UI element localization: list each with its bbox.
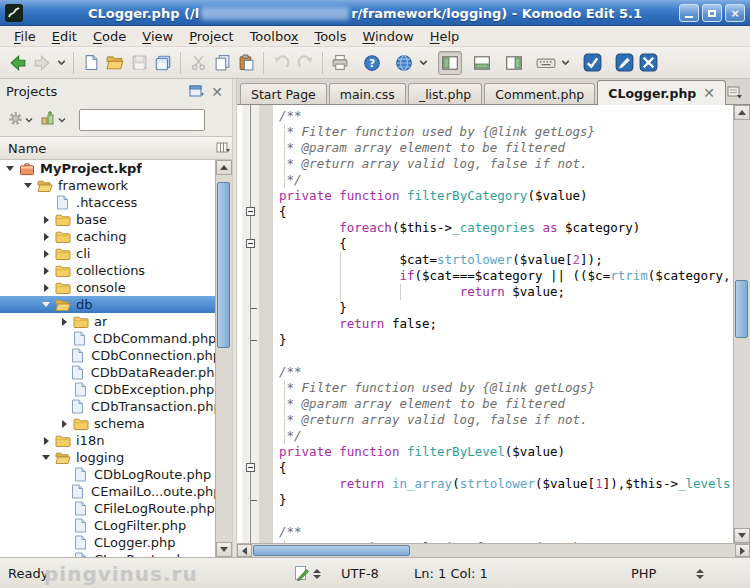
toggle-left-pane-icon[interactable] xyxy=(438,51,462,75)
tab-start-page[interactable]: Start Page xyxy=(240,83,327,104)
tab-list-php[interactable]: _list.php xyxy=(408,83,482,104)
tree-item-htaccess[interactable]: .htaccess xyxy=(0,194,215,211)
expander-closed-icon[interactable] xyxy=(40,435,52,447)
save-all-icon[interactable] xyxy=(151,51,175,75)
close-button[interactable]: × xyxy=(725,4,745,22)
expander-closed-icon[interactable] xyxy=(40,282,52,294)
history-chevron-icon[interactable] xyxy=(54,51,68,75)
open-file-icon[interactable] xyxy=(103,51,127,75)
tree-item-ar[interactable]: ar xyxy=(0,313,215,330)
menu-toolbox[interactable]: Toolbox xyxy=(242,27,307,46)
editor-vscrollbar[interactable] xyxy=(733,105,750,543)
tree-item-cdbtransaction-php[interactable]: CDbTransaction.php xyxy=(0,398,215,415)
tree-item-cdbconnection-php[interactable]: CDbConnection.php xyxy=(0,347,215,364)
keybinding-icon[interactable] xyxy=(534,51,558,75)
tree-item-i18n[interactable]: i18n xyxy=(0,432,215,449)
menu-project[interactable]: Project xyxy=(181,27,242,46)
tree-scrollbar-thumb[interactable] xyxy=(217,182,230,348)
menu-tools[interactable]: Tools xyxy=(306,27,354,46)
expander-open-icon[interactable] xyxy=(4,163,16,175)
project-filter-input[interactable] xyxy=(79,109,205,131)
scroll-left-arrow[interactable] xyxy=(237,544,252,557)
scroll-right-arrow[interactable] xyxy=(735,544,750,557)
keybinding-chevron-icon[interactable] xyxy=(558,51,572,75)
toggle-right-pane-icon[interactable] xyxy=(502,51,526,75)
close-panel-icon[interactable]: ✕ xyxy=(208,84,226,100)
scroll-up-arrow[interactable] xyxy=(734,105,750,120)
browser-chevron-icon[interactable] xyxy=(416,51,430,75)
toggle-bottom-pane-icon[interactable] xyxy=(470,51,494,75)
editor-hscrollbar[interactable] xyxy=(237,543,750,557)
komodo-tool-toolbox-icon[interactable] xyxy=(636,51,660,75)
tab-clogger-php[interactable]: CLogger.php✕ xyxy=(597,80,726,105)
komodo-tool-check-icon[interactable] xyxy=(580,51,604,75)
tree-item-console[interactable]: console xyxy=(0,279,215,296)
expander-open-icon[interactable] xyxy=(40,299,52,311)
fold-collapse-icon[interactable] xyxy=(246,207,255,216)
dock-pane-icon[interactable] xyxy=(187,84,205,100)
fold-collapse-icon[interactable] xyxy=(246,239,255,248)
tree-item-cdblogroute-php[interactable]: CDbLogRoute.php xyxy=(0,466,215,483)
menu-view[interactable]: View xyxy=(134,27,181,46)
tree-item-cemaillo-oute-php[interactable]: CEmailLo...oute.php xyxy=(0,483,215,500)
scroll-down-arrow[interactable] xyxy=(216,542,232,557)
tree-item-logging[interactable]: logging xyxy=(0,449,215,466)
tree-item-cli[interactable]: cli xyxy=(0,245,215,262)
fold-margin[interactable] xyxy=(242,105,259,543)
expander-closed-icon[interactable] xyxy=(58,316,70,328)
paste-icon[interactable] xyxy=(234,51,258,75)
tab-main-css[interactable]: main.css xyxy=(329,83,406,104)
code-text-area[interactable]: /** * Filter function used by {@link get… xyxy=(273,105,733,543)
tab-close-icon[interactable]: ✕ xyxy=(703,86,715,100)
preview-in-browser-icon[interactable] xyxy=(392,51,416,75)
expander-closed-icon[interactable] xyxy=(40,231,52,243)
komodo-tool-snippet-icon[interactable] xyxy=(612,51,636,75)
tree-item-cdbcommand-php[interactable]: CDbCommand.php xyxy=(0,330,215,347)
scroll-down-arrow[interactable] xyxy=(734,528,750,543)
tree-item-framework[interactable]: framework xyxy=(0,177,215,194)
print-icon[interactable] xyxy=(328,51,352,75)
tree-item-myproject-kpf[interactable]: MyProject.kpf xyxy=(0,160,215,177)
maximize-button[interactable] xyxy=(702,4,722,22)
tree-item-clogger-php[interactable]: CLogger.php xyxy=(0,534,215,551)
language-selector[interactable]: PHP xyxy=(631,566,656,581)
editor-hscrollbar-thumb[interactable] xyxy=(253,545,410,556)
back-icon[interactable] xyxy=(6,51,30,75)
expander-closed-icon[interactable] xyxy=(40,214,52,226)
tree-item-cfilelogroute-php[interactable]: CFileLogRoute.php xyxy=(0,500,215,517)
column-picker-icon[interactable] xyxy=(214,140,232,156)
tree-scrollbar[interactable] xyxy=(215,160,232,557)
tree-item-collections[interactable]: collections xyxy=(0,262,215,279)
editor-vscrollbar-thumb[interactable] xyxy=(735,280,748,338)
syntax-check-icon[interactable] xyxy=(294,565,309,584)
code-editor[interactable]: /** * Filter function used by {@link get… xyxy=(237,105,750,543)
expander-closed-icon[interactable] xyxy=(58,418,70,430)
tree-item-schema[interactable]: schema xyxy=(0,415,215,432)
project-options-button[interactable] xyxy=(5,109,36,131)
expander-closed-icon[interactable] xyxy=(40,265,52,277)
tab-comment-php[interactable]: Comment.php xyxy=(484,83,595,104)
menu-edit[interactable]: Edit xyxy=(44,27,85,46)
tab-list-button[interactable] xyxy=(723,83,747,102)
tree-item-db[interactable]: db xyxy=(0,296,215,313)
tree-item-clogfilter-php[interactable]: CLogFilter.php xyxy=(0,517,215,534)
new-file-icon[interactable] xyxy=(79,51,103,75)
tree-item-cdbdatareader-php[interactable]: CDbDataReader.php xyxy=(0,364,215,381)
copy-icon[interactable] xyxy=(210,51,234,75)
tree-column-header[interactable]: Name xyxy=(0,136,232,160)
view-options-button[interactable] xyxy=(38,109,69,131)
fold-collapse-icon[interactable] xyxy=(246,463,255,472)
expander-open-icon[interactable] xyxy=(22,180,34,192)
minimize-button[interactable] xyxy=(679,4,699,22)
menu-window[interactable]: Window xyxy=(354,27,421,46)
menu-help[interactable]: Help xyxy=(422,27,468,46)
tree-item-base[interactable]: base xyxy=(0,211,215,228)
tree-item-cdbexception-php[interactable]: CDbException.php xyxy=(0,381,215,398)
scroll-up-arrow[interactable] xyxy=(216,160,232,175)
encoding-selector[interactable]: UTF-8 xyxy=(341,566,379,581)
tree-item-caching[interactable]: caching xyxy=(0,228,215,245)
syntax-status-spinner[interactable] xyxy=(313,569,321,579)
expander-closed-icon[interactable] xyxy=(40,248,52,260)
menu-code[interactable]: Code xyxy=(85,27,134,46)
help-icon[interactable]: ? xyxy=(360,51,384,75)
